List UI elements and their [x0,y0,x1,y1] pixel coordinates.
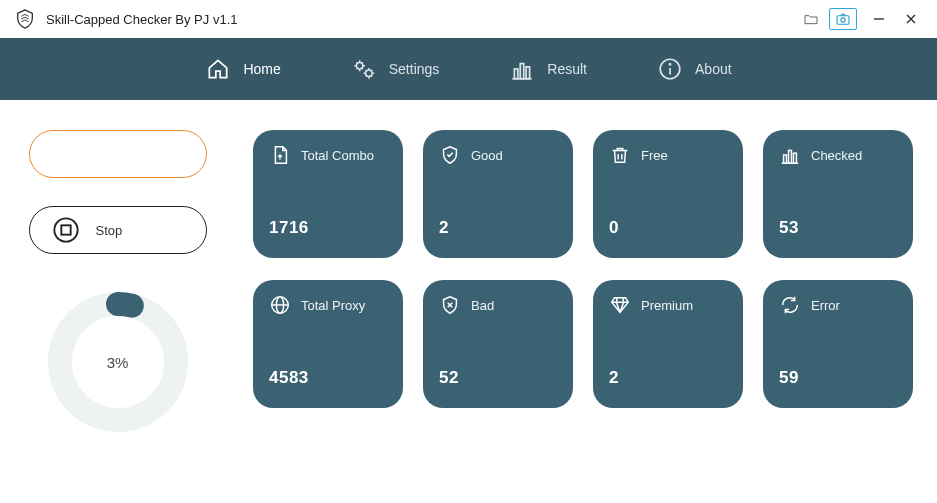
home-icon [205,56,231,82]
stop-button-label: Stop [96,223,123,238]
refresh-icon [779,294,801,316]
card-label: Bad [471,298,494,313]
svg-point-14 [54,218,77,241]
svg-rect-15 [61,225,70,234]
globe-icon [269,294,291,316]
info-icon [657,56,683,82]
shield-x-icon [439,294,461,316]
card-label: Free [641,148,668,163]
file-upload-icon [269,144,291,166]
stats-grid: Total Combo 1716 Good 2 Free 0 Checked 5… [253,130,913,442]
progress-donut: 3% [38,282,198,442]
card-total-combo: Total Combo 1716 [253,130,403,258]
nav-about[interactable]: About [657,56,732,82]
diamond-icon [609,294,631,316]
svg-point-1 [841,18,845,22]
card-label: Total Proxy [301,298,365,313]
card-label: Error [811,298,840,313]
nav-result[interactable]: Result [509,56,587,82]
navbar: Home Settings Result About [0,38,937,100]
card-value: 52 [439,368,557,388]
progress-percent: 3% [107,354,129,371]
svg-rect-10 [526,67,529,79]
trash-icon [609,144,631,166]
card-total-proxy: Total Proxy 4583 [253,280,403,408]
shield-check-icon [439,144,461,166]
card-value: 2 [609,368,727,388]
svg-rect-0 [837,16,849,25]
card-label: Good [471,148,503,163]
app-logo-icon [14,8,36,30]
nav-home[interactable]: Home [205,56,280,82]
card-bad: Bad 52 [423,280,573,408]
card-error: Error 59 [763,280,913,408]
card-checked: Checked 53 [763,130,913,258]
card-label: Total Combo [301,148,374,163]
svg-rect-9 [521,64,524,79]
svg-rect-8 [515,69,518,79]
stop-icon [52,216,80,244]
svg-rect-19 [784,155,787,163]
left-panel: Stop 3% [22,130,213,442]
start-button[interactable] [29,130,207,178]
card-value: 2 [439,218,557,238]
play-icon [52,140,80,168]
nav-result-label: Result [547,61,587,77]
close-button[interactable] [895,6,927,32]
nav-settings-label: Settings [389,61,440,77]
card-free: Free 0 [593,130,743,258]
bars-icon [509,56,535,82]
gears-icon [351,56,377,82]
card-label: Checked [811,148,862,163]
nav-home-label: Home [243,61,280,77]
svg-rect-20 [789,150,792,163]
nav-about-label: About [695,61,732,77]
screenshot-button[interactable] [829,8,857,30]
minimize-button[interactable] [863,6,895,32]
nav-settings[interactable]: Settings [351,56,440,82]
stop-button[interactable]: Stop [29,206,207,254]
card-value: 0 [609,218,727,238]
card-premium: Premium 2 [593,280,743,408]
app-title: Skill-Capped Checker By PJ v1.1 [46,12,237,27]
content: Stop 3% Total Combo 1716 Good 2 [0,100,937,462]
card-value: 4583 [269,368,387,388]
svg-rect-21 [793,153,796,163]
card-value: 53 [779,218,897,238]
titlebar: Skill-Capped Checker By PJ v1.1 [0,0,937,38]
chart-icon [779,144,801,166]
svg-point-13 [669,64,670,65]
card-label: Premium [641,298,693,313]
card-value: 1716 [269,218,387,238]
card-good: Good 2 [423,130,573,258]
card-value: 59 [779,368,897,388]
open-folder-button[interactable] [795,6,827,32]
